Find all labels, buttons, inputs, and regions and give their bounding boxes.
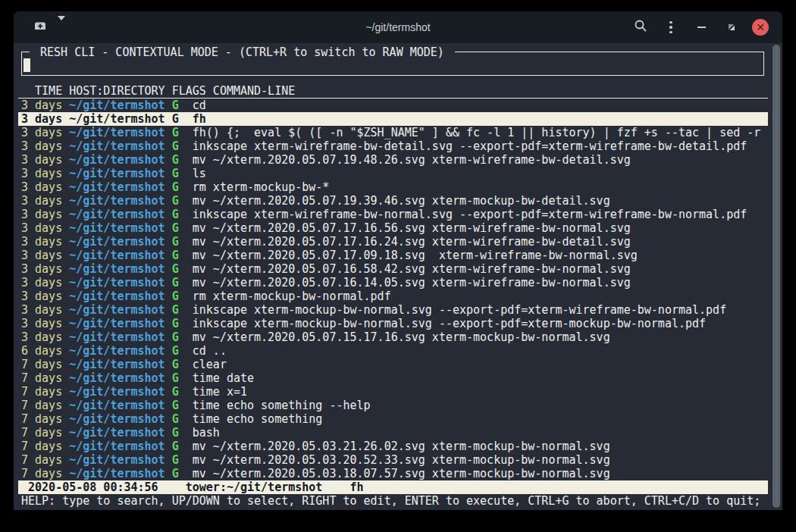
row-time-cell: 3 days [21, 126, 69, 139]
row-time-cell: 3 days [21, 276, 69, 289]
row-cmd-cell: cd .. [179, 344, 227, 358]
row-dir-cell: ~/git/termshot [69, 467, 165, 480]
row-cmd-cell: cd [179, 99, 206, 112]
row-flag-cell: G [165, 453, 179, 467]
search-input-box[interactable]: RESH CLI - CONTEXTUAL MODE - (CTRL+R to … [21, 52, 764, 76]
new-tab-button[interactable] [30, 17, 50, 37]
row-cmd-cell: time echo something [179, 412, 323, 426]
history-row[interactable]: 7 days ~/git/termshot G time x=1 [18, 385, 768, 399]
history-row[interactable]: 3 days ~/git/termshot G inkscape xterm-w… [18, 208, 768, 221]
row-flag-cell: G [165, 399, 179, 412]
row-flag-cell: G [165, 412, 179, 426]
row-dir-cell: ~/git/termshot [69, 317, 165, 330]
row-time-cell: 3 days [21, 208, 69, 221]
row-cmd-cell: mv ~/xterm.2020.05.07.17.16.24.svg xterm… [179, 235, 631, 249]
row-time-cell: 3 days [21, 139, 69, 153]
row-time-cell: 7 days [21, 371, 69, 385]
row-dir-cell: ~/git/termshot [69, 249, 165, 262]
terminal-screen[interactable]: RESH CLI - CONTEXTUAL MODE - (CTRL+R to … [14, 43, 782, 510]
row-flag-cell: G [165, 99, 179, 112]
row-cmd-cell: time echo something --help [179, 399, 371, 412]
history-row[interactable]: 3 days ~/git/termshot G ls [18, 167, 768, 180]
row-cmd-cell: mv ~/xterm.2020.05.03.18.07.57.svg xterm… [179, 467, 610, 480]
close-icon: ✕ [756, 22, 765, 33]
row-time-cell: 3 days [21, 235, 69, 249]
selected-entry-status-bar: 2020-05-08 00:34:56 tower:~/git/termshot… [18, 480, 768, 494]
tab-dropdown-button[interactable] [53, 20, 65, 35]
history-row[interactable]: 3 days ~/git/termshot G rm xterm-mockup-… [18, 180, 768, 194]
scrollbar-thumb[interactable] [772, 45, 780, 508]
history-row[interactable]: 3 days ~/git/termshot G mv ~/xterm.2020.… [18, 262, 768, 276]
history-row[interactable]: 7 days ~/git/termshot G clear [18, 358, 768, 371]
history-row[interactable]: 3 days ~/git/termshot G cd [18, 99, 768, 112]
row-dir-cell: ~/git/termshot [69, 153, 165, 167]
row-cmd-cell: mv ~/xterm.2020.05.03.21.26.02.svg xterm… [179, 440, 610, 453]
terminal-window: ~/git/termshot [14, 11, 782, 510]
history-row[interactable]: 3 days ~/git/termshot G inkscape xterm-w… [18, 139, 768, 153]
row-flag-cell: G [165, 385, 179, 399]
history-row[interactable]: 3 days ~/git/termshot G inkscape xterm-m… [18, 303, 768, 317]
row-time-cell: 3 days [21, 262, 69, 276]
row-flag-cell: G [165, 221, 179, 235]
row-time-cell: 3 days [21, 221, 69, 235]
row-flag-cell: G [165, 208, 179, 221]
row-flag-cell: G [165, 344, 179, 358]
minimize-button[interactable] [691, 17, 711, 37]
kebab-menu-icon [669, 21, 672, 34]
row-flag-cell: G [165, 276, 179, 289]
row-cmd-cell: inkscape xterm-wireframe-bw-detail.svg -… [179, 139, 747, 153]
row-cmd-cell: rm xterm-mockup-bw-normal.pdf [179, 289, 391, 303]
history-row[interactable]: 7 days ~/git/termshot G mv ~/xterm.2020.… [18, 440, 768, 453]
history-row[interactable]: 3 days ~/git/termshot G rm xterm-mockup-… [18, 289, 768, 303]
row-dir-cell: ~/git/termshot [69, 344, 165, 358]
row-cmd-cell: mv ~/xterm.2020.05.07.17.09.18.svg xterm… [179, 249, 638, 262]
row-cmd-cell: ls [179, 167, 206, 180]
row-dir-cell: ~/git/termshot [69, 167, 165, 180]
row-cmd-cell: time x=1 [179, 385, 247, 399]
row-flag-cell: G [165, 235, 179, 249]
search-button[interactable] [631, 17, 650, 37]
row-time-cell: 3 days [21, 99, 69, 112]
history-row[interactable]: 7 days ~/git/termshot G time echo someth… [18, 399, 768, 412]
row-flag-cell: G [165, 112, 179, 126]
row-flag-cell: G [165, 194, 179, 208]
row-dir-cell: ~/git/termshot [69, 371, 165, 385]
history-row[interactable]: 7 days ~/git/termshot G time date [18, 371, 768, 385]
history-row[interactable]: 7 days ~/git/termshot G mv ~/xterm.2020.… [18, 453, 768, 467]
history-row[interactable]: 3 days ~/git/termshot G mv ~/xterm.2020.… [18, 330, 768, 344]
history-row[interactable]: 3 days ~/git/termshot G mv ~/xterm.2020.… [18, 276, 768, 289]
history-row[interactable]: 6 days ~/git/termshot G cd .. [18, 344, 768, 358]
history-row[interactable]: 7 days ~/git/termshot G bash [18, 426, 768, 440]
row-dir-cell: ~/git/termshot [69, 180, 165, 194]
history-row[interactable]: 3 days ~/git/termshot G mv ~/xterm.2020.… [18, 221, 768, 235]
row-dir-cell: ~/git/termshot [69, 303, 165, 317]
row-dir-cell: ~/git/termshot [69, 194, 165, 208]
minimize-icon [697, 27, 706, 28]
row-dir-cell: ~/git/termshot [69, 358, 165, 371]
row-flag-cell: G [165, 180, 179, 194]
history-row[interactable]: 3 days ~/git/termshot G mv ~/xterm.2020.… [18, 235, 768, 249]
row-dir-cell: ~/git/termshot [69, 385, 165, 399]
history-row[interactable]: 3 days ~/git/termshot G mv ~/xterm.2020.… [18, 249, 768, 262]
row-time-cell: 7 days [21, 453, 69, 467]
row-flag-cell: G [165, 426, 179, 440]
history-row[interactable]: 3 days ~/git/termshot G mv ~/xterm.2020.… [18, 194, 768, 208]
history-row[interactable]: 3 days ~/git/termshot G mv ~/xterm.2020.… [18, 153, 768, 167]
history-row[interactable]: 7 days ~/git/termshot G time echo someth… [18, 412, 768, 426]
row-time-cell: 3 days [21, 167, 69, 180]
row-flag-cell: G [165, 262, 179, 276]
row-time-cell: 3 days [21, 289, 69, 303]
titlebar[interactable]: ~/git/termshot [14, 11, 782, 43]
history-row[interactable]: 3 days ~/git/termshot G fh [18, 112, 768, 126]
close-button[interactable]: ✕ [752, 19, 769, 36]
restore-button[interactable] [722, 17, 741, 37]
row-dir-cell: ~/git/termshot [69, 330, 165, 344]
row-dir-cell: ~/git/termshot [69, 126, 165, 139]
history-row[interactable]: 3 days ~/git/termshot G inkscape xterm-m… [18, 317, 768, 330]
history-row[interactable]: 7 days ~/git/termshot G mv ~/xterm.2020.… [18, 467, 768, 480]
history-table-header: TIME HOST:DIRECTORY FLAGS COMMAND-LINE [18, 84, 768, 99]
history-row[interactable]: 3 days ~/git/termshot G fh() {; eval $( … [18, 126, 768, 139]
row-dir-cell: ~/git/termshot [69, 412, 165, 426]
row-cmd-cell: rm xterm-mockup-bw-* [179, 180, 330, 194]
menu-button[interactable] [661, 17, 681, 37]
